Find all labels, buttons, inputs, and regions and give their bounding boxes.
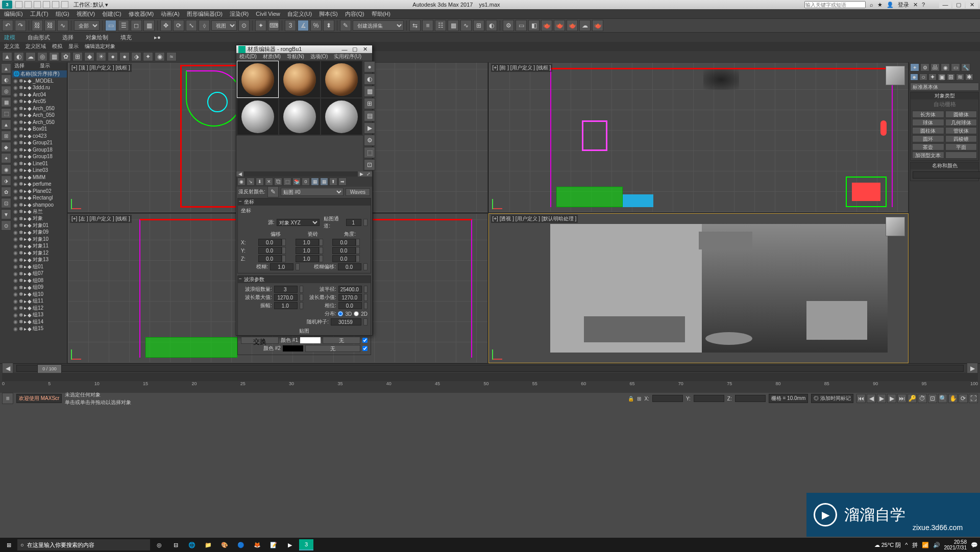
toggle-ribbon-icon[interactable]: ▦ bbox=[448, 20, 459, 31]
bluroff-input[interactable] bbox=[338, 263, 361, 270]
me-go-sibling-icon[interactable]: ➡ bbox=[338, 178, 347, 186]
mirror-icon[interactable]: ⇆ bbox=[409, 20, 421, 31]
map-name-dropdown[interactable]: 贴图 #0 bbox=[281, 188, 344, 196]
extras-icon-3[interactable]: ☁ bbox=[26, 52, 36, 61]
extras-icon-4[interactable]: ◎ bbox=[37, 52, 47, 61]
visibility-icon[interactable]: ◉ bbox=[13, 147, 18, 153]
minlen-input[interactable] bbox=[338, 294, 362, 301]
vp-top-label[interactable]: [+] [顶 ] [用户定义 ] [线框 ] bbox=[70, 64, 132, 72]
freeze-icon[interactable]: ❄ bbox=[19, 285, 23, 290]
select-rectangle-icon[interactable]: ◻ bbox=[131, 20, 142, 31]
login-link[interactable]: 登录 bbox=[898, 1, 909, 9]
tray-pinyin-icon[interactable]: 拼 bbox=[912, 541, 918, 549]
extras-icon-11[interactable]: ● bbox=[119, 52, 130, 61]
ltool-icon-3[interactable]: ◎ bbox=[1, 86, 11, 96]
exchange-icon[interactable]: ✕ bbox=[913, 2, 918, 8]
primitive-button[interactable]: 圆环 bbox=[912, 135, 944, 142]
primitive-button[interactable]: 球体 bbox=[912, 119, 944, 126]
ltool-icon-1[interactable]: ▲ bbox=[1, 63, 11, 73]
subrib-define-flow[interactable]: 定义流 bbox=[4, 43, 19, 50]
visibility-icon[interactable]: ◉ bbox=[13, 243, 18, 249]
rollout-object-type[interactable]: 对象类型 bbox=[911, 92, 978, 99]
menu-content[interactable]: 内容(Q) bbox=[345, 10, 364, 18]
me-mtl-id-icon[interactable]: 0 bbox=[302, 178, 310, 186]
offset-input[interactable] bbox=[258, 239, 282, 246]
blur-input[interactable] bbox=[270, 263, 293, 270]
me-put-to-scene-icon[interactable]: ↘ bbox=[247, 178, 255, 186]
render-iterative-icon[interactable]: 🫖 bbox=[554, 20, 565, 31]
slot-scroll-right-icon[interactable]: ▶ bbox=[358, 171, 365, 177]
menu-modifiers[interactable]: 修改器(M) bbox=[129, 10, 154, 18]
rollout-wave-header[interactable]: 波浪参数 bbox=[238, 276, 371, 283]
spinner-icon[interactable] bbox=[356, 247, 360, 254]
ribbon-selection[interactable]: 选择 bbox=[62, 34, 74, 41]
material-slot-5[interactable] bbox=[279, 98, 320, 135]
coord-source-dropdown[interactable]: 对象 XYZ bbox=[277, 219, 320, 226]
menu-edit[interactable]: 编辑(E) bbox=[4, 10, 23, 18]
visibility-icon[interactable]: ◉ bbox=[13, 291, 18, 297]
me-sample-type-icon[interactable]: ● bbox=[364, 61, 375, 72]
extras-icon-14[interactable]: ◉ bbox=[155, 52, 165, 61]
primitive-button[interactable]: 平面 bbox=[945, 143, 977, 150]
offset-input[interactable] bbox=[258, 255, 282, 262]
me-get-material-icon[interactable]: ◉ bbox=[237, 178, 246, 186]
firefox-icon[interactable]: 🦊 bbox=[250, 539, 264, 550]
menu-group[interactable]: 组(G) bbox=[56, 10, 69, 18]
subrib-edit-sel[interactable]: 编辑选定对象 bbox=[85, 43, 115, 50]
me-menu-navigate[interactable]: 导航(N) bbox=[287, 53, 304, 60]
spinner-icon[interactable] bbox=[356, 255, 360, 262]
extras-icon-12[interactable]: ⬗ bbox=[131, 52, 141, 61]
me-select-by-mat-icon[interactable]: ⬚ bbox=[364, 147, 375, 158]
world-icon[interactable]: 🌐 bbox=[13, 71, 19, 77]
time-config-icon[interactable]: ⏱ bbox=[918, 394, 927, 403]
list-item[interactable]: ◉❄▸◆组10 bbox=[12, 291, 67, 298]
freeze-icon[interactable]: ❄ bbox=[19, 126, 23, 132]
menu-customize[interactable]: 自定义(U) bbox=[287, 10, 312, 18]
spinner-icon[interactable] bbox=[296, 263, 300, 270]
material-slot-2[interactable] bbox=[279, 61, 320, 97]
coord-y-input[interactable] bbox=[694, 395, 724, 402]
minimize-button[interactable]: — bbox=[939, 1, 951, 8]
spinner-icon[interactable] bbox=[282, 255, 286, 262]
freeze-icon[interactable]: ❄ bbox=[19, 167, 23, 173]
list-item[interactable]: ◉❄▸◆对象09 bbox=[12, 229, 67, 236]
qat-open-icon[interactable] bbox=[24, 1, 32, 8]
ltool-icon-12[interactable]: ✿ bbox=[1, 187, 11, 197]
timeslider-next-icon[interactable]: ▶ bbox=[967, 363, 978, 374]
list-item[interactable]: ◉❄▸◆Line01 bbox=[12, 160, 67, 167]
list-item[interactable]: ◉❄▸◆对象11 bbox=[12, 243, 67, 250]
visibility-icon[interactable]: ◉ bbox=[13, 209, 18, 214]
visibility-icon[interactable]: ◉ bbox=[13, 181, 18, 187]
list-item[interactable]: ◉❄▸◆perfume bbox=[12, 181, 67, 188]
ltool-icon-6[interactable]: ▲ bbox=[1, 119, 11, 130]
slot-scroll-left-icon[interactable]: ◀ bbox=[236, 171, 243, 177]
render-production-icon[interactable]: 🫖 bbox=[541, 20, 552, 31]
freeze-icon[interactable]: ❄ bbox=[19, 181, 23, 187]
me-menu-options[interactable]: 选项(O) bbox=[310, 53, 328, 60]
sub-lights-icon[interactable]: ✦ bbox=[928, 73, 937, 81]
me-mtl-map-nav-icon[interactable]: ⊡ bbox=[364, 159, 375, 170]
app3-icon[interactable]: ▶ bbox=[283, 539, 297, 550]
list-item[interactable]: ◉❄▸◆对象 bbox=[12, 215, 67, 222]
visibility-icon[interactable]: ◉ bbox=[13, 85, 18, 90]
freeze-icon[interactable]: ❄ bbox=[19, 230, 23, 235]
coord-z-input[interactable] bbox=[735, 395, 766, 402]
visibility-icon[interactable]: ◉ bbox=[13, 106, 18, 111]
me-make-unique-icon[interactable]: ⬚ bbox=[283, 178, 291, 186]
spinner-icon[interactable] bbox=[356, 239, 360, 246]
list-item[interactable]: ◉❄▸◆MMM bbox=[12, 174, 67, 181]
align-icon[interactable]: ≡ bbox=[422, 20, 433, 31]
freeze-icon[interactable]: ❄ bbox=[19, 271, 23, 277]
me-backlight-icon[interactable]: ◐ bbox=[364, 73, 375, 85]
taskbar-search[interactable]: ○ 在这里输入你要搜索的内容 bbox=[17, 539, 150, 550]
render-activeshade-icon[interactable]: 🫖 bbox=[567, 20, 578, 31]
play-icon[interactable]: ▶ bbox=[877, 394, 886, 403]
visibility-icon[interactable]: ◉ bbox=[13, 222, 18, 228]
sub-spacewarps-icon[interactable]: ≋ bbox=[956, 73, 964, 81]
tab-hierarchy-icon[interactable]: 品 bbox=[930, 63, 940, 71]
keyboard-shortcut-icon[interactable]: ⌨ bbox=[268, 20, 279, 31]
state-sets-icon[interactable]: ◧ bbox=[528, 20, 540, 31]
angle-input[interactable] bbox=[332, 255, 356, 262]
render-setup-icon[interactable]: ⚙ bbox=[503, 20, 514, 31]
color2-swatch[interactable] bbox=[283, 345, 303, 352]
